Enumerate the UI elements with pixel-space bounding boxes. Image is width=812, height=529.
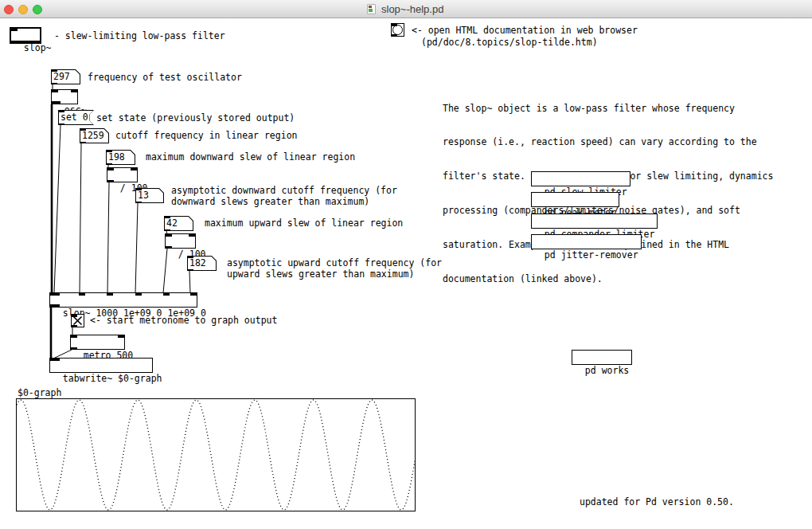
- subpatch-compander-limiter[interactable]: pd compander-limiter: [531, 214, 658, 229]
- outlet-tab: [51, 83, 57, 85]
- subpatch-label: pd works: [585, 365, 629, 376]
- inlet-tab: [118, 335, 124, 338]
- document-proxy-icon: [367, 4, 376, 14]
- inlet-tab: [166, 234, 172, 237]
- up-asym-comment-line1: asymptotic upward cutoff frequency (for: [227, 257, 442, 268]
- freq-number-box[interactable]: 297: [51, 69, 80, 84]
- signal-inlet-tab: [50, 359, 60, 361]
- outlet-tab: [187, 269, 193, 272]
- outlet-tab: [11, 41, 40, 43]
- open-docs-bang-button[interactable]: [391, 23, 404, 37]
- up-slew-number-value: 42: [165, 217, 193, 230]
- inlet-tab: [79, 293, 85, 296]
- subpatch-works[interactable]: pd works: [572, 350, 632, 365]
- up-slew-comment: maximum upward slew of linear region: [205, 217, 403, 229]
- freq-number-value: 297: [52, 70, 80, 84]
- zoom-window-button[interactable]: [33, 5, 42, 14]
- inlet-tab: [11, 29, 18, 31]
- up-asym-number-value: 182: [188, 257, 216, 270]
- metronome-toggle[interactable]: [71, 314, 84, 327]
- minimize-window-button[interactable]: [18, 5, 28, 14]
- outlet-tab: [107, 180, 114, 182]
- toggle-comment: <- start metronome to graph output: [90, 315, 277, 326]
- up-asym-number-box[interactable]: 182: [187, 256, 217, 271]
- subpatch-label: pd jitter-remover: [545, 249, 638, 261]
- inlet-tab: [135, 188, 142, 190]
- down-slew-number-value: 198: [107, 151, 135, 164]
- down-slew-comment: maximum downward slew of linear region: [146, 151, 355, 163]
- divide-object-2: / 100: [165, 233, 196, 249]
- close-window-button[interactable]: [4, 5, 14, 14]
- outlet-tab: [166, 246, 172, 249]
- inlet-tab: [106, 150, 112, 152]
- slop-object: slop~ 1000 1e+09 0 1e+09 0: [49, 292, 197, 308]
- cutoff-number-value: 1259: [80, 129, 108, 143]
- graph-array: [16, 398, 416, 511]
- description-line: response (i.e., reaction speed) can vary…: [443, 136, 773, 147]
- signal-inlet-tab: [50, 293, 60, 296]
- outlet-tab: [106, 163, 112, 166]
- cutoff-number-box[interactable]: 1259: [80, 128, 109, 143]
- patch-cord: [189, 271, 190, 293]
- signal-outlet-tab: [50, 304, 60, 307]
- description-line: The slop~ object is a low-pass filter wh…: [443, 103, 773, 114]
- down-asym-comment-line1: asymptotic downward cutoff frequency (fo…: [171, 185, 397, 196]
- inlet-tab: [135, 293, 142, 296]
- subpatch-slew-limiter[interactable]: pd slew-limiter: [531, 171, 630, 186]
- tabwrite-object-label: tabwrite~ $0-graph: [63, 373, 162, 384]
- outlet-tab: [71, 347, 77, 350]
- inlet-tab: [392, 24, 397, 26]
- signal-outlet-tab: [52, 101, 61, 104]
- inlet-tab: [71, 335, 77, 338]
- metro-object: metro 500: [70, 335, 125, 350]
- inlet-tab: [190, 293, 197, 296]
- subpatch-peak-meter[interactable]: pd peak-meter: [531, 192, 619, 207]
- down-asym-number-value: 13: [136, 189, 163, 202]
- graph-waveform: [17, 399, 415, 511]
- slop-title-label: slop~: [24, 42, 52, 53]
- description-line: documentation (linked above).: [443, 273, 773, 284]
- up-asym-comment-line2: upward slews greater than maximum): [227, 268, 414, 280]
- set-comment: set state (previously stored output): [96, 112, 295, 123]
- inlet-tab: [187, 256, 193, 258]
- doc-link-comment-line1: <- open HTML documentation in web browse…: [412, 25, 638, 36]
- inlet-tab: [107, 293, 113, 296]
- graph-waveform-path: [17, 400, 415, 510]
- inlet-tab: [163, 293, 170, 296]
- inlet-tab: [107, 168, 114, 170]
- up-slew-number-box[interactable]: 42: [164, 216, 193, 231]
- doc-link-comment-line2: (pd/doc/8.topics/slop-tilde.htm): [421, 37, 598, 48]
- footer-comment: updated for Pd version 0.50.: [580, 496, 734, 507]
- inlet-tab: [58, 110, 64, 112]
- down-asym-number-box[interactable]: 13: [135, 188, 164, 203]
- down-asym-comment-line2: downward slews greater than maximum): [171, 196, 369, 207]
- inlet-tab: [72, 315, 77, 317]
- inlet-tab: [71, 90, 77, 92]
- osc-object: osc~: [51, 89, 78, 104]
- graph-label: $0-graph: [18, 387, 61, 398]
- slop-title-object: slop~: [10, 27, 41, 44]
- outlet-tab: [58, 123, 64, 126]
- divide-object-1: / 100: [107, 167, 138, 182]
- set-message-box[interactable]: set 0: [58, 110, 94, 125]
- inlet-tab: [80, 128, 86, 131]
- outlet-tab: [80, 142, 86, 144]
- subpatch-jitter-remover[interactable]: pd jitter-remover: [531, 234, 642, 249]
- patch-cord: [135, 203, 138, 293]
- cutoff-comment: cutoff frequency in linear region: [115, 130, 297, 141]
- window-title: slop~-help.pd: [381, 3, 443, 15]
- inlet-tab: [189, 234, 195, 237]
- set-message-label: set 0: [59, 111, 93, 124]
- outlet-tab: [135, 202, 142, 204]
- tabwrite-object: tabwrite~ $0-graph: [49, 358, 153, 373]
- outlet-tab: [392, 34, 397, 37]
- freq-comment: frequency of test oscillator: [88, 72, 242, 83]
- inlet-tab: [164, 216, 170, 218]
- outlet-tab: [164, 229, 170, 232]
- patch-cord: [80, 143, 81, 293]
- title-description-comment: - slew-limiting low-pass filter: [54, 30, 225, 41]
- window-titlebar: slop~-help.pd: [0, 0, 812, 18]
- down-slew-number-box[interactable]: 198: [106, 150, 135, 165]
- inlet-tab: [52, 90, 58, 92]
- inlet-tab: [51, 69, 57, 72]
